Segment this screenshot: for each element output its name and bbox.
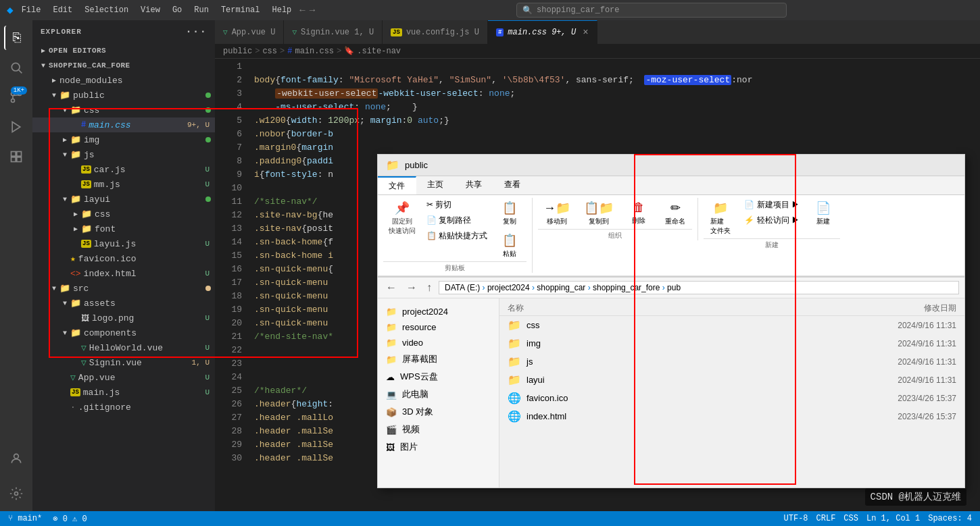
app-vue-file[interactable]: ▽ App.vue U bbox=[32, 370, 215, 385]
fe-tab-share[interactable]: 共享 bbox=[455, 176, 493, 194]
layui-js-file[interactable]: JS layui.js U bbox=[32, 236, 215, 251]
fe-new-folder-btn[interactable]: 📁 新建文件夹 bbox=[704, 198, 737, 238]
fe-file-layui[interactable]: 📁 layui 2024/9/16 11:31 bbox=[499, 371, 964, 389]
layui-css-folder[interactable]: ▶ 📁 css bbox=[32, 207, 215, 221]
fe-copy-btn[interactable]: 📋 复制 bbox=[493, 198, 526, 229]
fe-file-favicon[interactable]: 🌐 favicon.ico 2023/4/26 15:37 bbox=[499, 389, 964, 407]
extensions-activity-icon[interactable] bbox=[4, 144, 28, 169]
assets-folder[interactable]: ▼ 📁 assets bbox=[32, 296, 215, 311]
fe-sidebar-screenshot[interactable]: 📁 屏幕截图 bbox=[378, 350, 499, 368]
logo-file[interactable]: 🖼 logo.png U bbox=[32, 311, 215, 325]
open-editors-section[interactable]: ▶ OPEN EDITORS bbox=[32, 43, 215, 58]
fe-sidebar-3d[interactable]: 📦 3D 对象 bbox=[378, 403, 499, 421]
menu-help[interactable]: Help bbox=[272, 5, 292, 15]
project-section[interactable]: ▼ SHOPPING_CAR_FORE bbox=[32, 58, 215, 73]
menu-terminal[interactable]: Terminal bbox=[221, 5, 260, 15]
fe-delete-btn[interactable]: 🗑 删除 bbox=[622, 198, 656, 229]
fe-pin-btn[interactable]: 📌 固定到快速访问 bbox=[383, 198, 421, 238]
fe-sidebar-pictures[interactable]: 🖼 图片 bbox=[378, 438, 499, 456]
accounts-activity-icon[interactable] bbox=[4, 446, 28, 471]
fe-sidebar-computer[interactable]: 💻 此电脑 bbox=[378, 386, 499, 403]
fe-new-item-btn[interactable]: 📄 新建项目 ▶ bbox=[740, 198, 804, 212]
search-activity-icon[interactable] bbox=[4, 55, 28, 80]
src-folder[interactable]: ▼ 📁 src bbox=[32, 281, 215, 296]
file-date: 2024/9/16 11:31 bbox=[855, 321, 956, 330]
fe-nav-forward[interactable]: → bbox=[403, 280, 420, 295]
menu-edit[interactable]: Edit bbox=[53, 5, 72, 15]
run-debug-activity-icon[interactable] bbox=[4, 115, 28, 139]
fe-nav-back[interactable]: ← bbox=[383, 280, 399, 295]
fe-new-file-btn[interactable]: 📄 新建 bbox=[806, 198, 840, 229]
fe-file-img[interactable]: 📁 img 2024/9/16 11:31 bbox=[499, 334, 964, 352]
fe-rename-btn[interactable]: ✏ 重命名 bbox=[658, 198, 692, 229]
nav-forward[interactable]: → bbox=[310, 5, 315, 16]
line-ending-status[interactable]: CRLF bbox=[816, 514, 836, 523]
fe-sidebar-project2024[interactable]: 📁 project2024 bbox=[378, 304, 499, 319]
nav-back[interactable]: ← bbox=[299, 5, 305, 16]
menu-view[interactable]: View bbox=[141, 5, 160, 15]
errors-status[interactable]: ⊗ 0 ⚠ 0 bbox=[53, 514, 87, 524]
main-css-file[interactable]: # main.css 9+, U bbox=[32, 117, 215, 132]
fe-paste-shortcut-btn[interactable]: 📋 粘贴快捷方式 bbox=[422, 229, 491, 243]
index-html-file[interactable]: <> index.html U bbox=[32, 266, 215, 281]
car-js-file[interactable]: JS car.js U bbox=[32, 162, 215, 177]
breadcrumb-public[interactable]: public bbox=[223, 47, 252, 56]
fe-cut-btn[interactable]: ✂ 剪切 bbox=[422, 198, 491, 212]
helloworld-file[interactable]: ▽ HelloWorld.vue U bbox=[32, 340, 215, 355]
fe-copy-to-btn[interactable]: 📋📁 复制到 bbox=[579, 198, 619, 229]
layui-font-label: font bbox=[95, 224, 215, 234]
menu-run[interactable]: Run bbox=[194, 5, 209, 15]
mm-js-file[interactable]: JS mm.js U bbox=[32, 177, 215, 192]
public-folder[interactable]: ▼ 📁 public bbox=[32, 88, 215, 103]
sidebar-menu-btn[interactable]: ··· bbox=[185, 26, 207, 38]
fe-sidebar-video[interactable]: 📁 video bbox=[378, 335, 499, 350]
tab-close-btn[interactable]: × bbox=[583, 27, 588, 38]
breadcrumb-maincss[interactable]: main.css bbox=[295, 47, 334, 56]
app-vue-tab[interactable]: ▽ App.vue U bbox=[215, 20, 284, 44]
js-folder[interactable]: ▼ 📁 js bbox=[32, 147, 215, 162]
breadcrumb-css[interactable]: css bbox=[262, 47, 277, 56]
fe-file-js[interactable]: 📁 js 2024/9/16 11:31 bbox=[499, 352, 964, 371]
main-js-file[interactable]: JS main.js U bbox=[32, 385, 215, 400]
fe-paste-btn[interactable]: 📋 粘贴 bbox=[493, 230, 526, 261]
fe-nav-path[interactable]: DATA (E:) › project2024 › shopping_car ›… bbox=[439, 281, 959, 294]
vue-config-tab[interactable]: JS vue.config.js U bbox=[383, 20, 488, 44]
encoding-status[interactable]: UTF-8 bbox=[784, 514, 808, 523]
fe-move-btn[interactable]: →📁 移动到 bbox=[538, 198, 576, 229]
fe-sidebar-video2[interactable]: 🎬 视频 bbox=[378, 421, 499, 438]
fe-nav-up[interactable]: ↑ bbox=[424, 280, 435, 295]
fe-sidebar-resource[interactable]: 📁 resource bbox=[378, 319, 499, 335]
menu-file[interactable]: File bbox=[22, 5, 41, 15]
fe-sidebar-wps[interactable]: ☁ WPS云盘 bbox=[378, 368, 499, 386]
cursor-status[interactable]: Ln 1, Col 1 bbox=[866, 514, 920, 523]
fe-tab-file[interactable]: 文件 bbox=[378, 176, 416, 194]
node-modules-item[interactable]: ▶ node_modules bbox=[32, 73, 215, 88]
search-bar[interactable]: 🔍 shopping_car_fore bbox=[516, 3, 787, 18]
components-folder[interactable]: ▼ 📁 components bbox=[32, 325, 215, 340]
img-folder[interactable]: ▶ 📁 img bbox=[32, 132, 215, 147]
css-folder[interactable]: ▼ 📁 css bbox=[32, 103, 215, 117]
git-status[interactable]: ⑂ main* bbox=[8, 514, 42, 523]
source-control-activity-icon[interactable]: 1K+ bbox=[4, 85, 28, 109]
signin-file[interactable]: ▽ Signin.vue 1, U bbox=[32, 355, 215, 370]
menu-selection[interactable]: Selection bbox=[84, 5, 128, 15]
fe-file-index[interactable]: 🌐 index.html 2023/4/26 15:37 bbox=[499, 407, 964, 425]
breadcrumb-sitenav[interactable]: .site-nav bbox=[357, 47, 401, 56]
main-css-tab[interactable]: # main.css 9+, U × bbox=[488, 20, 597, 44]
fe-easy-access-btn[interactable]: ⚡ 轻松访问 ▶ bbox=[740, 213, 804, 228]
language-status[interactable]: CSS bbox=[843, 514, 858, 523]
explorer-activity-icon[interactable]: ⎘ bbox=[4, 26, 28, 50]
fe-tab-view[interactable]: 查看 bbox=[493, 176, 532, 194]
layui-folder[interactable]: ▼ 📁 layui bbox=[32, 192, 215, 207]
indent-status[interactable]: Spaces: 4 bbox=[928, 514, 972, 523]
favicon-file[interactable]: ★ favicon.ico bbox=[32, 251, 215, 266]
public-label: public bbox=[73, 90, 205, 101]
fe-tab-home[interactable]: 主页 bbox=[416, 176, 455, 194]
fe-copy-path-btn[interactable]: 📄 复制路径 bbox=[422, 213, 491, 228]
gitignore-file[interactable]: · .gitignore bbox=[32, 400, 215, 415]
layui-font-folder[interactable]: ▶ 📁 font bbox=[32, 221, 215, 236]
menu-go[interactable]: Go bbox=[172, 5, 182, 15]
signin-vue-tab[interactable]: ▽ Signin.vue 1, U bbox=[284, 20, 383, 44]
settings-activity-icon[interactable] bbox=[4, 481, 28, 506]
fe-file-css[interactable]: 📁 css 2024/9/16 11:31 bbox=[499, 316, 964, 334]
